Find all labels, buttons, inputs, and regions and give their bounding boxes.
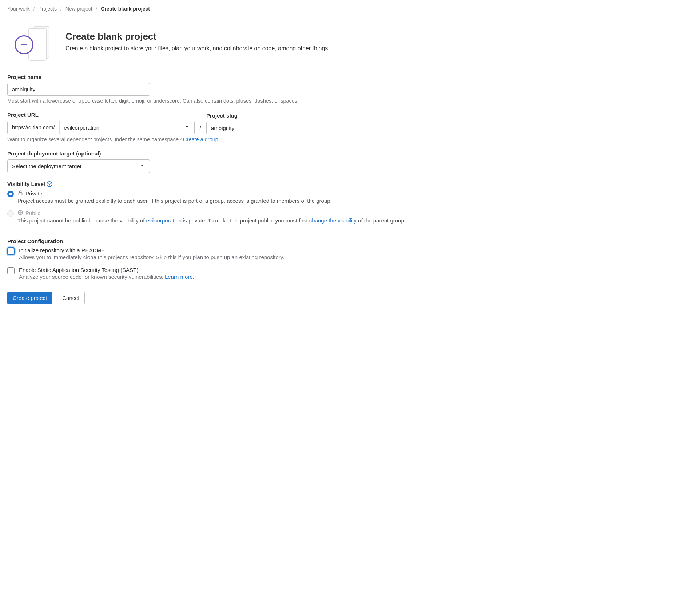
deployment-target-placeholder: Select the deployment target <box>12 163 81 169</box>
cancel-button[interactable]: Cancel <box>57 292 85 304</box>
blank-project-icon <box>15 26 51 62</box>
project-slug-input[interactable] <box>206 122 429 134</box>
visibility-namespace-link[interactable]: evilcorporation <box>146 217 182 224</box>
globe-icon <box>17 210 23 217</box>
project-name-label: Project name <box>7 74 429 80</box>
breadcrumb-new-project[interactable]: New project <box>65 6 92 12</box>
visibility-private-title: Private <box>25 190 43 197</box>
create-project-button[interactable]: Create project <box>7 292 52 304</box>
project-name-help: Must start with a lowercase or uppercase… <box>7 98 429 104</box>
visibility-public-desc: This project cannot be public because th… <box>17 217 429 224</box>
create-group-hint: Want to organize several dependent proje… <box>7 137 429 142</box>
project-config-label: Project Configuration <box>7 238 429 244</box>
breadcrumb-separator: / <box>96 6 97 12</box>
page-subtitle: Create a blank project to store your fil… <box>65 45 330 52</box>
breadcrumb-separator: / <box>60 6 62 12</box>
lock-icon <box>17 190 23 197</box>
change-visibility-link[interactable]: change the visibility <box>309 217 357 224</box>
breadcrumb: Your work / Projects / New project / Cre… <box>7 6 429 17</box>
enable-sast-label: Enable Static Application Security Testi… <box>19 267 429 273</box>
initialize-readme-checkbox[interactable] <box>7 248 15 255</box>
namespace-select[interactable]: evilcorporation <box>60 121 194 134</box>
breadcrumb-your-work[interactable]: Your work <box>7 6 30 12</box>
visibility-private-radio[interactable] <box>7 191 14 197</box>
project-slug-label: Project slug <box>206 112 429 119</box>
plus-icon <box>15 35 33 54</box>
sast-learn-more-link[interactable]: Learn more. <box>165 274 194 280</box>
visibility-label: Visibility Level ? <box>7 181 429 187</box>
enable-sast-desc: Analyze your source code for known secur… <box>19 274 429 280</box>
breadcrumb-separator: / <box>33 6 35 12</box>
url-slash: / <box>195 125 206 134</box>
create-group-link[interactable]: Create a group. <box>183 137 220 142</box>
project-url-label: Project URL <box>7 112 195 118</box>
help-icon[interactable]: ? <box>47 181 52 187</box>
visibility-public-radio <box>7 210 14 217</box>
breadcrumb-projects[interactable]: Projects <box>38 6 57 12</box>
chevron-down-icon <box>139 163 145 170</box>
project-name-input[interactable] <box>7 83 150 96</box>
project-url-base: https://gitlab.com/ <box>8 121 60 134</box>
chevron-down-icon <box>184 124 190 131</box>
enable-sast-checkbox[interactable] <box>7 267 15 274</box>
namespace-selected: evilcorporation <box>64 124 100 131</box>
initialize-readme-label: Initialize repository with a README <box>19 247 429 253</box>
page-title: Create blank project <box>65 31 330 42</box>
deployment-target-label: Project deployment target (optional) <box>7 150 429 157</box>
svg-rect-2 <box>19 193 22 195</box>
deployment-target-select[interactable]: Select the deployment target <box>7 159 150 173</box>
visibility-public-title: Public <box>25 210 40 216</box>
visibility-private-desc: Project access must be granted explicitl… <box>17 198 429 204</box>
initialize-readme-desc: Allows you to immediately clone this pro… <box>19 254 429 260</box>
breadcrumb-current: Create blank project <box>101 6 150 12</box>
